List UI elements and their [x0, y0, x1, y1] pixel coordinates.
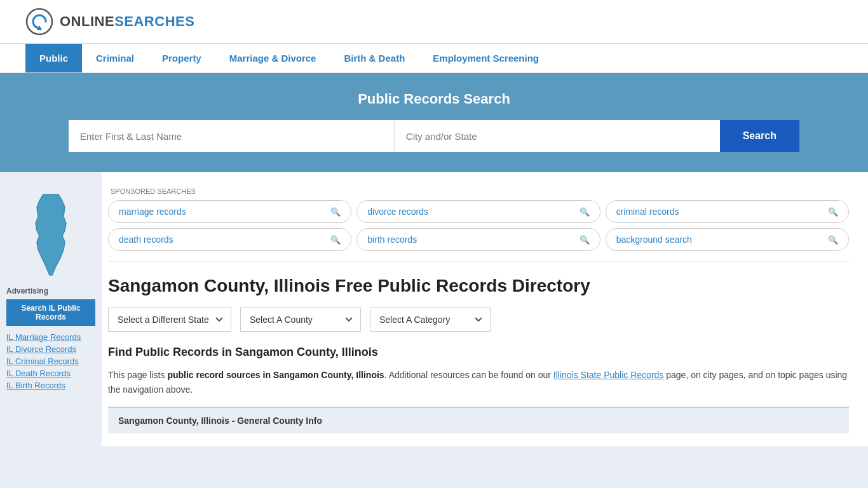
search-banner: Public Records Search Search: [0, 73, 868, 172]
sidebar-link-birth[interactable]: IL Birth Records: [6, 381, 95, 390]
nav-item-employment[interactable]: Employment Screening: [419, 44, 553, 72]
nav-item-criminal[interactable]: Criminal: [82, 44, 148, 72]
nav-item-public[interactable]: Public: [25, 44, 82, 72]
sidebar-ad-button[interactable]: Search IL Public Records: [6, 299, 95, 326]
name-input[interactable]: [69, 120, 395, 152]
sidebar-content: Advertising Search IL Public Records IL …: [0, 287, 102, 390]
county-dropdown[interactable]: Select A County: [240, 308, 361, 332]
sponsored-section: SPONSORED SEARCHES marriage records 🔍 di…: [108, 181, 849, 262]
search-icon-4: 🔍: [580, 235, 590, 245]
pill-background[interactable]: background search 🔍: [606, 228, 849, 251]
pill-death[interactable]: death records 🔍: [108, 228, 351, 251]
pill-criminal[interactable]: criminal records 🔍: [606, 200, 849, 223]
left-panel: Advertising Search IL Public Records IL …: [0, 172, 102, 446]
sidebar-link-marriage[interactable]: IL Marriage Records: [6, 332, 95, 342]
search-icon-0: 🔍: [330, 207, 341, 217]
search-icon-5: 🔍: [828, 235, 838, 245]
description-paragraph: This page lists public record sources in…: [108, 368, 849, 396]
nav-item-property[interactable]: Property: [148, 44, 215, 72]
sidebar-link-divorce[interactable]: IL Divorce Records: [6, 344, 95, 354]
location-input[interactable]: [395, 120, 720, 152]
county-info-bar: Sangamon County, Illinois - General Coun…: [108, 407, 849, 433]
state-map-area: [0, 179, 102, 287]
search-pills-grid: marriage records 🔍 divorce records 🔍 cri…: [108, 200, 849, 251]
right-content: SPONSORED SEARCHES marriage records 🔍 di…: [102, 172, 868, 446]
svg-point-0: [27, 9, 52, 34]
find-records-heading: Find Public Records in Sangamon County, …: [108, 346, 849, 359]
nav-item-marriage-divorce[interactable]: Marriage & Divorce: [215, 44, 330, 72]
logo[interactable]: ONLINE SEARCHES: [25, 8, 194, 36]
state-dropdown[interactable]: Select a Different State: [108, 308, 231, 332]
logo-icon: [25, 8, 53, 36]
search-banner-title: Public Records Search: [25, 91, 843, 107]
page-title: Sangamon County, Illinois Free Public Re…: [108, 274, 849, 297]
nav-item-birth-death[interactable]: Birth & Death: [330, 44, 419, 72]
main-navigation: Public Criminal Property Marriage & Divo…: [0, 44, 868, 73]
state-records-link[interactable]: Illinois State Public Records: [553, 370, 664, 380]
sidebar-link-death[interactable]: IL Death Records: [6, 369, 95, 378]
search-icon-1: 🔍: [580, 207, 590, 217]
search-icon-3: 🔍: [330, 235, 341, 245]
pill-divorce[interactable]: divorce records 🔍: [356, 200, 600, 223]
logo-text: ONLINE SEARCHES: [60, 13, 194, 30]
site-header: ONLINE SEARCHES: [0, 0, 868, 44]
search-button[interactable]: Search: [720, 120, 799, 152]
pill-marriage[interactable]: marriage records 🔍: [108, 200, 351, 223]
illinois-map: [19, 191, 83, 280]
search-icon-2: 🔍: [828, 207, 838, 217]
dropdowns-row: Select a Different State Select A County…: [108, 308, 849, 332]
category-dropdown[interactable]: Select A Category: [370, 308, 491, 332]
sponsored-label: SPONSORED SEARCHES: [108, 187, 849, 195]
page-heading: Sangamon County, Illinois Free Public Re…: [108, 262, 849, 308]
sidebar-link-criminal[interactable]: IL Criminal Records: [6, 356, 95, 366]
logo-online: ONLINE: [60, 13, 114, 30]
sidebar-ad-label: Advertising: [6, 287, 95, 295]
logo-searches: SEARCHES: [114, 13, 194, 30]
search-form: Search: [69, 120, 799, 152]
content-wrapper: Advertising Search IL Public Records IL …: [0, 172, 868, 446]
pill-birth[interactable]: birth records 🔍: [356, 228, 600, 251]
